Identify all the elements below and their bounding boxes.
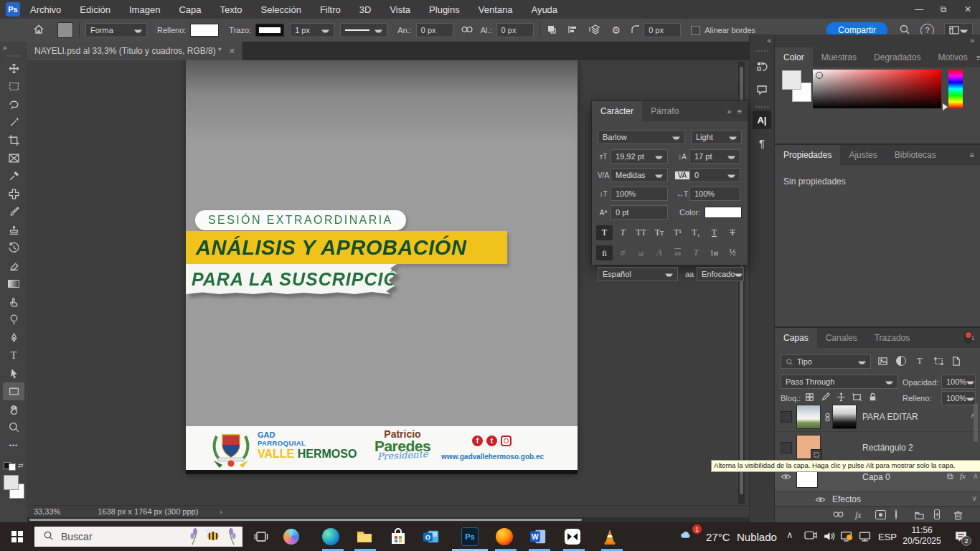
- layer-row-rectangulo-2[interactable]: Rectángulo 2: [775, 432, 980, 462]
- add-layer-mask-icon[interactable]: [875, 510, 886, 519]
- fill-swatch[interactable]: [190, 24, 219, 37]
- healing-brush-tool[interactable]: [3, 185, 24, 203]
- layer-row-para-editar[interactable]: PARA EDITAR ∧: [775, 402, 980, 432]
- kerning-select[interactable]: Medidas: [611, 168, 668, 182]
- menu-imagen[interactable]: Imagen: [129, 4, 160, 15]
- subscript-button[interactable]: T₁: [688, 225, 705, 240]
- menu-plugins[interactable]: Plugins: [429, 4, 460, 15]
- layer-effects-fx-icon[interactable]: fx: [960, 471, 966, 480]
- photoshop-taskbar-icon[interactable]: Ps: [461, 528, 479, 545]
- swash-button[interactable]: A: [651, 245, 668, 260]
- eraser-tool[interactable]: [3, 257, 24, 275]
- color-picker-ring[interactable]: [816, 72, 823, 79]
- width-input[interactable]: 0 px: [416, 23, 453, 37]
- menu-vista[interactable]: Vista: [390, 4, 410, 15]
- vertical-scale-input[interactable]: 100%: [611, 187, 668, 201]
- clone-stamp-tool[interactable]: [3, 221, 24, 239]
- start-button[interactable]: [0, 522, 34, 551]
- leading-select[interactable]: 17 pt: [689, 149, 740, 164]
- new-group-icon[interactable]: [914, 510, 925, 522]
- capcut-icon[interactable]: [564, 528, 581, 545]
- dock-collapse-icon[interactable]: »: [970, 37, 974, 44]
- paragraph-panel-icon[interactable]: ¶: [753, 133, 771, 152]
- antialias-select[interactable]: Enfocado: [697, 267, 744, 281]
- horizontal-scale-input[interactable]: 100%: [689, 187, 740, 201]
- menu-texto[interactable]: Texto: [220, 4, 242, 15]
- restore-icon[interactable]: ⧉: [931, 0, 956, 19]
- crop-tool[interactable]: [3, 131, 24, 149]
- toolbar-collapse-icon[interactable]: »: [0, 42, 10, 54]
- tab-close-icon[interactable]: ✕: [229, 47, 235, 56]
- character-panel-icon[interactable]: A|: [753, 110, 771, 129]
- expand-effects-icon[interactable]: ∨: [971, 494, 977, 503]
- rectangle-tool[interactable]: [3, 382, 24, 400]
- menu-seleccion[interactable]: Selección: [261, 4, 301, 15]
- superscript-button[interactable]: T¹: [669, 225, 686, 240]
- close-icon[interactable]: ✕: [956, 0, 980, 19]
- file-explorer-icon[interactable]: [356, 528, 373, 545]
- tab-trazados[interactable]: Trazados: [866, 328, 919, 348]
- outlook-icon[interactable]: O: [423, 528, 440, 545]
- stroke-width-select[interactable]: 1 px: [290, 23, 334, 37]
- weather-condition-text[interactable]: Nublado: [737, 531, 777, 543]
- menu-edicion[interactable]: Edición: [80, 4, 110, 15]
- stroke-style-select[interactable]: [340, 23, 387, 37]
- visibility-eye-icon[interactable]: [781, 471, 791, 484]
- font-style-select[interactable]: Light: [691, 130, 742, 144]
- tool-preset-swatch[interactable]: [57, 22, 73, 38]
- menu-archivo[interactable]: Archivo: [30, 4, 61, 15]
- notification-center-icon[interactable]: 2: [954, 529, 968, 546]
- panel-menu-icon[interactable]: ≡: [970, 151, 974, 159]
- minimize-icon[interactable]: —: [907, 0, 931, 19]
- edit-toolbar-icon[interactable]: •••: [3, 436, 24, 454]
- ordinal-1st-button[interactable]: 1st: [706, 245, 722, 260]
- collapse-effects-icon[interactable]: ∧: [973, 471, 979, 481]
- taskbar-search[interactable]: Buscar: [34, 527, 242, 547]
- height-input[interactable]: 0 px: [496, 23, 534, 37]
- language-select[interactable]: Español: [598, 267, 678, 281]
- eyedropper-tool[interactable]: [3, 167, 24, 185]
- align-edges-checkbox[interactable]: [691, 26, 700, 35]
- history-brush-tool[interactable]: [3, 239, 24, 257]
- underline-button[interactable]: T: [706, 225, 722, 240]
- tab-ajustes[interactable]: Ajustes: [840, 145, 885, 165]
- copilot-icon[interactable]: [283, 528, 300, 545]
- filter-type-layers-icon[interactable]: T: [913, 354, 927, 367]
- toolbar-grip[interactable]: [7, 55, 20, 57]
- document-canvas[interactable]: SESIÓN EXTRAORDINARIA ANÁLISIS Y APROBAC…: [186, 60, 578, 474]
- text-color-swatch[interactable]: [705, 207, 742, 218]
- path-selection-tool[interactable]: [3, 364, 24, 382]
- path-arrangement-icon[interactable]: [589, 24, 602, 37]
- meet-now-icon[interactable]: [804, 530, 817, 543]
- tab-bibliotecas[interactable]: Bibliotecas: [886, 145, 945, 165]
- type-tool[interactable]: T: [3, 347, 24, 364]
- dock-grip[interactable]: [755, 106, 768, 108]
- edge-icon[interactable]: [322, 528, 339, 545]
- ligatures-button[interactable]: fi: [596, 245, 613, 260]
- titling-button[interactable]: T: [688, 245, 705, 260]
- panel-flyout-icon[interactable]: »: [727, 107, 731, 116]
- taskbar-clock[interactable]: 11:56 20/5/2025: [898, 525, 946, 547]
- delete-layer-icon[interactable]: [953, 510, 963, 522]
- fractions-button[interactable]: ½: [725, 245, 741, 260]
- frame-tool[interactable]: [3, 149, 24, 167]
- comments-panel-icon[interactable]: [753, 80, 771, 99]
- menu-filtro[interactable]: Filtro: [320, 4, 341, 15]
- filter-pixel-layers-icon[interactable]: [875, 354, 890, 367]
- visibility-checkbox[interactable]: [781, 411, 792, 423]
- path-alignment-icon[interactable]: [567, 24, 579, 37]
- tab-muestras[interactable]: Muestras: [813, 47, 865, 67]
- menu-3d[interactable]: 3D: [359, 4, 372, 15]
- filter-toggle[interactable]: [964, 331, 972, 344]
- menu-ventana[interactable]: Ventana: [479, 4, 513, 15]
- foreground-color-swatch[interactable]: [782, 70, 801, 90]
- strikethrough-button[interactable]: T: [725, 225, 741, 240]
- corner-radius-input[interactable]: 0 px: [644, 23, 681, 37]
- tab-caracter[interactable]: Carácter: [592, 101, 642, 121]
- alternates-button[interactable]: aa: [669, 245, 686, 260]
- word-icon[interactable]: W: [529, 528, 547, 545]
- dock-grip[interactable]: [755, 50, 768, 52]
- sync-status-icon[interactable]: [840, 530, 852, 545]
- tab-capas[interactable]: Capas: [775, 328, 817, 348]
- tracking-select[interactable]: 0: [689, 168, 740, 182]
